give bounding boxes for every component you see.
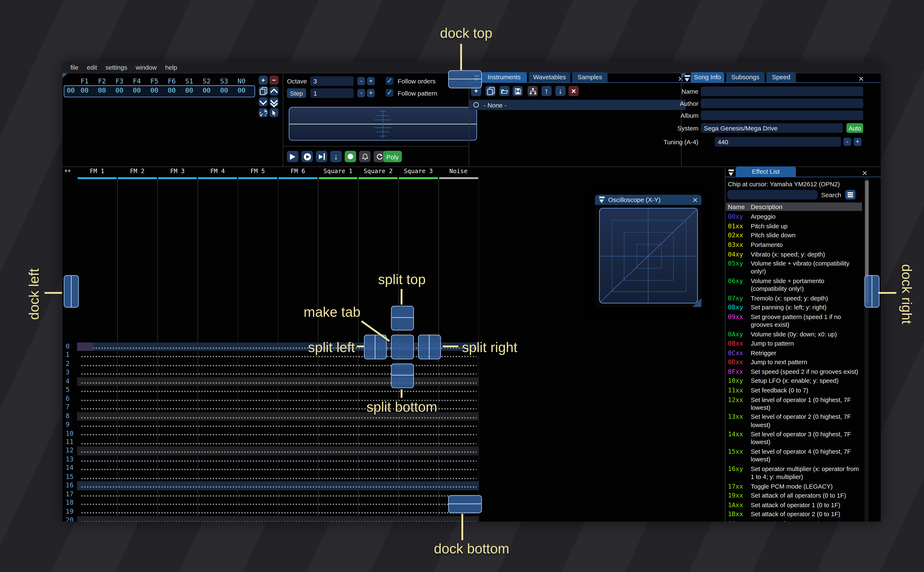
move-order-up-button[interactable] [270, 87, 279, 96]
menu-item-file[interactable]: file [66, 64, 83, 71]
effect-row-09xx[interactable]: 09xxSet groove pattern (speed 1 if no gr… [728, 312, 862, 330]
step-play-button[interactable]: ↓ [330, 151, 342, 162]
duplicate-order-end-button[interactable] [270, 98, 279, 106]
effect-row-08xy[interactable]: 08xySet panning (x: left; y: right) [728, 303, 862, 312]
effect-row-0Dxx[interactable]: 0DxxJump to next pattern [728, 358, 862, 367]
order-value-F3[interactable]: 00 [111, 87, 128, 94]
splitter[interactable] [283, 73, 283, 166]
stop-button[interactable] [344, 151, 356, 162]
effect-row-0Axy[interactable]: 0AxyVolume slide (0y: down; x0: up) [728, 330, 862, 339]
name-input[interactable] [701, 87, 863, 96]
split-bottom-target[interactable] [391, 364, 414, 388]
effect-row-07xy[interactable]: 07xyTremolo (x: speed; y: depth) [728, 294, 862, 303]
pattern-row-16[interactable] [77, 482, 478, 490]
order-value-F4[interactable]: 00 [128, 87, 145, 94]
organize-instruments-button[interactable] [528, 86, 538, 96]
orders-row-index[interactable]: 00 [67, 87, 75, 94]
order-value-F1[interactable]: 00 [76, 87, 93, 94]
pattern-row-2[interactable] [77, 360, 478, 368]
tuning-input[interactable]: 440 [715, 137, 841, 146]
effect-row-16xy[interactable]: 16xySet operator multiplier (x: operator… [728, 464, 862, 482]
effect-row-1Axx[interactable]: 1AxxSet attack of operator 1 (0 to 1F) [728, 500, 862, 510]
resize-grip[interactable] [692, 298, 701, 307]
channel-header-fm-5[interactable]: FM 5 [238, 168, 278, 177]
effect-row-0Bxx[interactable]: 0BxxJump to pattern [728, 339, 862, 348]
tuning-plus-button[interactable]: + [854, 138, 862, 146]
effect-search-input[interactable] [727, 190, 818, 199]
pattern-row-5[interactable] [77, 386, 478, 395]
tab-effect-list[interactable]: Effect List [736, 166, 796, 177]
menu-item-window[interactable]: window [131, 64, 161, 71]
duplicate-order-button[interactable] [259, 87, 268, 96]
move-instrument-down-button[interactable]: ↓ [555, 86, 566, 96]
effect-row-01xx[interactable]: 01xxPitch slide up [728, 221, 862, 231]
duplicate-instrument-button[interactable] [485, 86, 496, 96]
follow-pattern-label[interactable]: Follow pattern [397, 88, 437, 98]
pattern-row-20[interactable] [77, 516, 478, 522]
order-value-N0[interactable]: 00 [233, 87, 250, 94]
orders-row-values[interactable]: 00000000000000000000 [76, 87, 250, 94]
oscxy-title-bar[interactable]: Oscilloscope (X-Y) × [595, 194, 701, 205]
dock-bottom-target[interactable] [448, 495, 482, 513]
order-value-S2[interactable]: 00 [198, 87, 215, 94]
effect-row-02xx[interactable]: 02xxPitch slide down [728, 231, 862, 240]
pattern-row-3[interactable] [77, 368, 478, 377]
split-top-target[interactable] [391, 306, 414, 331]
save-instrument-button[interactable] [513, 86, 523, 96]
effect-row-19xx[interactable]: 19xxSet attack of all operators (0 to 1F… [728, 491, 862, 500]
effect-row-00xy[interactable]: 00xyArpeggio [728, 212, 862, 222]
order-value-F2[interactable]: 00 [93, 87, 111, 94]
channel-header-fm-6[interactable]: FM 6 [278, 168, 318, 177]
pattern-row-9[interactable] [77, 421, 478, 429]
octave-plus-button[interactable]: + [367, 77, 375, 85]
effect-row-15xx[interactable]: 15xxSet level of operator 4 (0 highest, … [728, 447, 862, 464]
move-instrument-up-button[interactable]: ↑ [542, 86, 552, 96]
dock-right-target[interactable] [864, 275, 879, 308]
album-input[interactable] [701, 110, 863, 120]
pattern-cursor-cell[interactable] [77, 342, 93, 351]
effect-row-04xy[interactable]: 04xyVibrato (x: speed; y: depth) [728, 250, 862, 259]
pattern-row-12[interactable] [77, 447, 478, 455]
effect-row-11xx[interactable]: 11xxSet feedback (0 to 7) [728, 386, 862, 395]
menu-item-edit[interactable]: edit [83, 64, 101, 71]
follow-orders-label[interactable]: Follow orders [397, 76, 435, 86]
order-value-S1[interactable]: 00 [181, 87, 198, 94]
dock-top-target[interactable] [448, 70, 482, 88]
effect-row-10xy[interactable]: 10xySetup LFO (x: enable; y: speed) [728, 376, 862, 386]
channel-header-fm-4[interactable]: FM 4 [198, 168, 238, 177]
channel-header-fm-2[interactable]: FM 2 [117, 168, 157, 177]
move-order-down-button[interactable] [259, 98, 268, 106]
channel-header-noise[interactable]: Noise [438, 168, 478, 177]
songinfo-close-icon[interactable]: × [857, 75, 865, 82]
play-from-beginning-button[interactable] [301, 151, 313, 162]
channel-header-fm-1[interactable]: FM 1 [77, 168, 117, 177]
effect-row-03xx[interactable]: 03xxPortamento [728, 240, 862, 250]
open-instrument-button[interactable] [499, 86, 510, 96]
effect-row-0Fxx[interactable]: 0FxxSet speed (speed 2 if no grooves exi… [728, 367, 862, 376]
author-input[interactable] [701, 98, 863, 108]
tab-song-info[interactable]: Song Info [691, 72, 725, 82]
deep-clone-order-button[interactable] [259, 108, 268, 117]
dock-left-target[interactable] [64, 275, 79, 308]
play-once-button[interactable] [316, 151, 327, 162]
pattern-corner-button[interactable]: ++ [64, 168, 71, 174]
add-order-button[interactable]: + [259, 76, 268, 85]
pattern-row-17[interactable] [77, 490, 478, 499]
channel-header-square-3[interactable]: Square 3 [398, 168, 438, 177]
pattern-row-11[interactable] [77, 438, 478, 446]
songinfo-collapse-icon[interactable] [684, 75, 691, 82]
system-auto-button[interactable]: Auto [846, 123, 863, 133]
channel-header-square-1[interactable]: Square 1 [318, 168, 358, 177]
step-minus-button[interactable]: - [357, 89, 365, 97]
make-tab-target[interactable] [391, 335, 414, 359]
octave-minus-button[interactable]: - [357, 77, 365, 85]
splitter[interactable] [725, 167, 725, 522]
effect-row-0Cxx[interactable]: 0CxxRetrigger [728, 348, 862, 358]
order-edit-mode-button[interactable] [270, 108, 279, 117]
effect-row-1Cxx[interactable]: 1CxxSet attack of operator 3 (0 to 1F) [728, 519, 862, 521]
order-value-F6[interactable]: 00 [163, 87, 180, 94]
effect-row-13xx[interactable]: 13xxSet level of operator 2 (0 highest, … [728, 412, 862, 430]
menu-item-settings[interactable]: settings [101, 64, 131, 71]
effect-row-14xx[interactable]: 14xxSet level of operator 3 (0 highest, … [728, 430, 862, 447]
order-value-F5[interactable]: 00 [146, 87, 163, 94]
